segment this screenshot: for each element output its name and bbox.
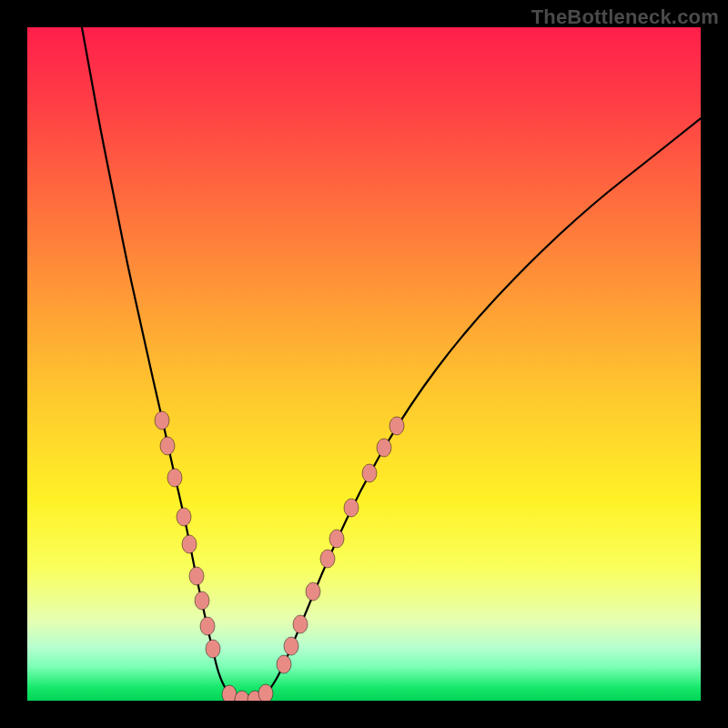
watermark-label: TheBottleneck.com xyxy=(531,5,719,29)
curve-layer xyxy=(27,27,701,701)
bead-marker xyxy=(362,464,377,482)
bead-marker xyxy=(344,499,359,517)
bead-marker xyxy=(206,640,220,658)
bead-marker xyxy=(200,617,215,635)
bead-marker xyxy=(177,508,191,526)
bead-marker xyxy=(306,582,320,601)
bead-marker xyxy=(189,567,204,585)
bead-marker xyxy=(389,417,404,435)
chart-frame: TheBottleneck.com xyxy=(0,0,728,728)
bead-marker xyxy=(320,550,335,568)
bead-marker xyxy=(377,439,391,457)
bead-marker xyxy=(155,411,169,430)
plot-area xyxy=(27,27,701,701)
bead-marker xyxy=(329,530,344,548)
bead-marker xyxy=(284,637,298,655)
bead-marker xyxy=(258,684,273,701)
bead-marker xyxy=(167,469,182,487)
bead-marker xyxy=(160,437,175,455)
bead-marker xyxy=(277,655,291,673)
bead-marker xyxy=(293,615,308,633)
bead-marker xyxy=(195,592,209,610)
bead-marker xyxy=(182,535,197,553)
bottleneck-curve xyxy=(82,27,701,701)
